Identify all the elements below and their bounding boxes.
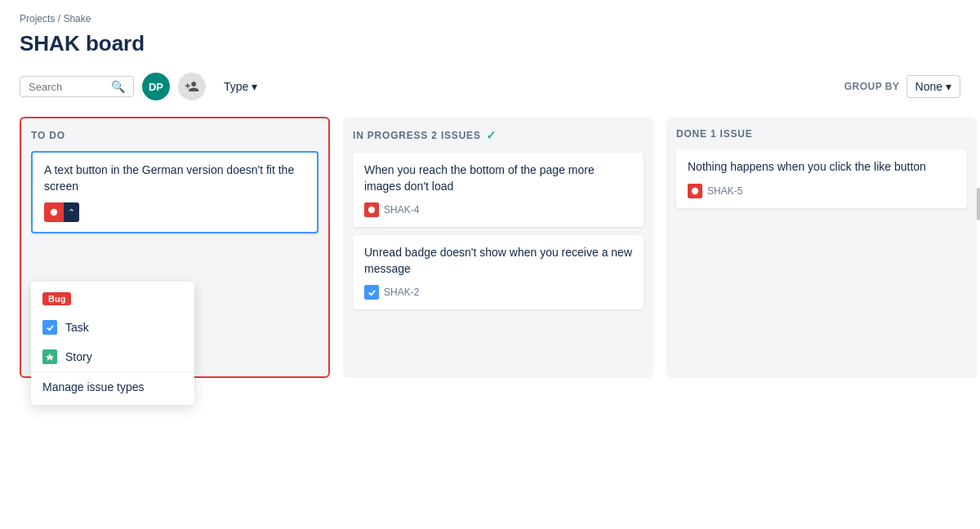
card-4-footer: SHAK-4 [364, 202, 632, 217]
card-1-footer: ⌃ [44, 202, 305, 222]
column-done-title: DONE 1 ISSUE [676, 128, 753, 140]
scrollbar[interactable] [977, 188, 980, 220]
column-todo-title: TO DO [31, 130, 65, 141]
task-label: Task [65, 321, 89, 334]
card-4-id: SHAK-4 [384, 204, 419, 216]
svg-point-2 [368, 207, 375, 213]
card-5[interactable]: Nothing happens when you click the like … [676, 149, 967, 208]
card-2-footer: SHAK-2 [364, 285, 632, 300]
type-dropdown: Bug Task Story [31, 282, 194, 405]
column-done-header: DONE 1 ISSUE [676, 128, 967, 140]
svg-marker-1 [46, 353, 54, 361]
column-done: DONE 1 ISSUE Nothing happens when you cl… [666, 117, 977, 378]
search-icon: 🔍 [111, 80, 125, 93]
dropdown-item-task[interactable]: Task [31, 313, 194, 342]
board-area: TO DO A text button in the German versio… [0, 117, 980, 378]
avatar-dp[interactable]: DP [142, 73, 170, 100]
bug-icon [44, 202, 64, 222]
card-1[interactable]: A text button in the German version does… [31, 151, 318, 233]
breadcrumb-projects[interactable]: Projects [20, 13, 55, 24]
toolbar: 🔍 DP Type ▾ GROUP BY None ▾ [0, 73, 980, 100]
manage-issue-types[interactable]: Manage issue types [31, 371, 194, 402]
story-label: Story [65, 350, 92, 363]
dropdown-item-bug[interactable]: Bug [31, 285, 194, 313]
header: Projects / Shake SHAK board [0, 0, 980, 56]
card-4[interactable]: When you reach the bottom of the page mo… [353, 153, 644, 227]
type-toggle-button[interactable]: ⌃ [44, 202, 79, 222]
chevron-down-icon: ▾ [252, 80, 257, 93]
task-icon [42, 320, 57, 335]
chevron-up-icon: ⌃ [64, 202, 79, 222]
breadcrumb-project[interactable]: Shake [63, 13, 91, 24]
check-icon: ✓ [486, 128, 497, 143]
search-box[interactable]: 🔍 [20, 76, 134, 97]
task-icon-2 [364, 285, 379, 300]
page-title: SHAK board [20, 31, 960, 56]
group-by-label: GROUP BY [844, 81, 900, 92]
column-in-progress: IN PROGRESS 2 ISSUES ✓ When you reach th… [343, 117, 653, 378]
bug-icon-4 [364, 202, 379, 217]
story-icon [42, 349, 57, 364]
bug-badge: Bug [42, 292, 71, 305]
column-todo-header: TO DO [31, 130, 318, 141]
group-by-select[interactable]: None ▾ [906, 75, 960, 98]
column-todo: TO DO A text button in the German versio… [20, 117, 330, 378]
page-container: Projects / Shake SHAK board 🔍 DP Type ▾ … [0, 0, 980, 529]
card-5-title: Nothing happens when you click the like … [688, 159, 956, 176]
group-by-value: None [915, 80, 942, 93]
breadcrumb: Projects / Shake [20, 13, 960, 24]
type-label: Type [224, 80, 248, 93]
avatar-add-user[interactable] [178, 73, 206, 100]
dropdown-item-story[interactable]: Story [31, 342, 194, 371]
group-by-area: GROUP BY None ▾ [844, 75, 960, 98]
svg-point-3 [692, 187, 698, 193]
column-in-progress-title: IN PROGRESS 2 ISSUES [353, 130, 481, 141]
card-5-footer: SHAK-5 [688, 184, 956, 198]
card-2[interactable]: Unread badge doesn't show when you recei… [353, 235, 644, 309]
column-in-progress-header: IN PROGRESS 2 ISSUES ✓ [353, 128, 644, 143]
type-filter-button[interactable]: Type ▾ [214, 75, 267, 98]
card-4-title: When you reach the bottom of the page mo… [364, 162, 632, 194]
search-input[interactable] [29, 81, 111, 93]
card-2-id: SHAK-2 [384, 287, 419, 298]
card-5-id: SHAK-5 [707, 185, 742, 197]
card-2-title: Unread badge doesn't show when you recei… [364, 245, 632, 277]
card-1-title: A text button in the German version does… [44, 162, 305, 194]
bug-icon-5 [688, 184, 702, 198]
svg-point-0 [51, 209, 57, 216]
group-by-chevron-icon: ▾ [946, 80, 951, 93]
